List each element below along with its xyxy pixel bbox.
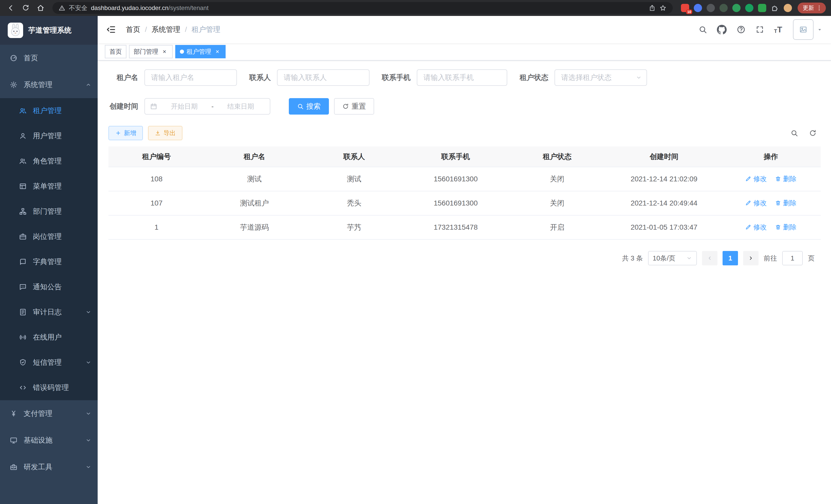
page-size-select[interactable]: 10条/页: [648, 251, 697, 265]
chevron-up-icon: [85, 82, 91, 88]
date-range-picker[interactable]: 开始日期 - 结束日期: [144, 98, 270, 115]
sidebar-item-roles[interactable]: 角色管理: [0, 148, 98, 174]
url-path: /system/tenant: [169, 4, 209, 11]
sidebar-item-users[interactable]: 用户管理: [0, 123, 98, 148]
reset-button[interactable]: 重置: [334, 98, 374, 115]
tenant-name-input[interactable]: [144, 69, 237, 86]
browser-profile-avatar[interactable]: [784, 4, 792, 12]
sidebar-item-payment[interactable]: 支付管理: [0, 400, 98, 427]
extension-icon-2[interactable]: [694, 4, 702, 12]
tab-tenant[interactable]: 租户管理 ×: [175, 45, 226, 58]
sidebar-toggle-icon[interactable]: [106, 24, 116, 35]
next-page-button[interactable]: [743, 251, 758, 265]
chevron-down-icon: [636, 75, 642, 81]
export-button[interactable]: 导出: [148, 126, 182, 140]
breadcrumb-home[interactable]: 首页: [126, 25, 140, 34]
tab-home[interactable]: 首页: [105, 45, 126, 58]
sidebar-item-departments[interactable]: 部门管理: [0, 199, 98, 224]
post-icon: [19, 233, 27, 240]
bookmark-star-icon[interactable]: [659, 4, 666, 11]
table-row: 107 测试租户 秃头 15601691300 关闭 2021-12-14 20…: [109, 191, 821, 215]
sidebar-item-sms[interactable]: 短信管理: [0, 350, 98, 375]
create-time-label: 创建时间: [109, 101, 138, 111]
browser-back-button[interactable]: [5, 2, 17, 13]
table-toolbar: 新增 导出: [109, 126, 821, 140]
browser-home-button[interactable]: [35, 2, 46, 13]
delete-button[interactable]: 删除: [775, 199, 797, 208]
sidebar-item-home[interactable]: 首页: [0, 45, 98, 71]
table-tools: [791, 129, 821, 137]
sidebar-item-posts[interactable]: 岗位管理: [0, 224, 98, 249]
pay-icon: [10, 410, 18, 417]
extension-icon-4[interactable]: [719, 4, 728, 12]
avatar[interactable]: [793, 19, 813, 40]
share-icon[interactable]: [649, 4, 656, 11]
sidebar-item-dict[interactable]: 字典管理: [0, 249, 98, 274]
phone-input[interactable]: [417, 69, 507, 86]
pagination-total: 共 3 条: [622, 254, 643, 263]
browser-menu-icon[interactable]: [815, 4, 823, 11]
edit-button[interactable]: 修改: [745, 199, 767, 208]
goto-label: 前往: [764, 254, 777, 263]
github-icon[interactable]: [717, 25, 727, 34]
extension-icon-3[interactable]: [707, 4, 715, 12]
user-menu[interactable]: [793, 19, 823, 40]
delete-button[interactable]: 删除: [775, 223, 797, 232]
status-text: 关闭: [507, 191, 607, 215]
extensions-puzzle-icon[interactable]: [771, 4, 779, 12]
errorcode-icon: [19, 384, 27, 391]
page-number-button[interactable]: 1: [722, 251, 738, 265]
extension-icon-6[interactable]: [745, 4, 753, 12]
extension-icon-5[interactable]: [732, 4, 741, 12]
delete-button[interactable]: 删除: [775, 174, 797, 183]
chevron-down-icon: [85, 309, 91, 315]
close-icon[interactable]: ×: [214, 48, 221, 55]
browser-reload-button[interactable]: [20, 2, 31, 13]
search-button[interactable]: 搜索: [289, 98, 329, 115]
date-end-placeholder: 结束日期: [217, 102, 265, 111]
tab-department[interactable]: 部门管理 ×: [129, 45, 173, 58]
sidebar-item-system[interactable]: 系统管理: [0, 71, 98, 98]
roles-icon: [19, 157, 27, 165]
caret-down-icon[interactable]: [816, 26, 823, 33]
breadcrumb-system[interactable]: 系统管理: [152, 25, 180, 34]
sidebar-item-audit-log[interactable]: 审计日志: [0, 299, 98, 325]
sidebar-item-devtools[interactable]: 研发工具: [0, 454, 98, 480]
chevron-right-icon: [748, 255, 754, 261]
edit-button[interactable]: 修改: [745, 223, 767, 232]
system-submenu: 租户管理 用户管理 角色管理 菜单管理: [0, 98, 98, 400]
dict-icon: [19, 258, 27, 266]
refresh-table-icon[interactable]: [809, 129, 816, 137]
edit-button[interactable]: 修改: [745, 174, 767, 183]
breadcrumb-separator: /: [145, 25, 147, 34]
extension-icon-1[interactable]: 10: [681, 4, 689, 12]
tab-label: 部门管理: [134, 48, 158, 56]
sidebar-item-tenant[interactable]: 租户管理: [0, 98, 98, 123]
contact-input[interactable]: [277, 69, 370, 86]
help-icon[interactable]: [737, 25, 746, 34]
add-button[interactable]: 新增: [109, 126, 143, 140]
chevron-left-icon: [707, 255, 713, 261]
sidebar-item-menus[interactable]: 菜单管理: [0, 174, 98, 199]
status-placeholder: 请选择租户状态: [561, 73, 611, 83]
address-bar[interactable]: 不安全 dashboard.yudao.iocoder.cn/system/te…: [52, 2, 673, 14]
search-icon[interactable]: [698, 25, 707, 34]
filter-form-row-2: 创建时间 开始日期 - 结束日期 搜索 重置: [109, 98, 821, 115]
sidebar-item-infra[interactable]: 基础设施: [0, 427, 98, 454]
close-icon[interactable]: ×: [161, 48, 168, 55]
menu-table-icon: [19, 182, 27, 190]
extension-icon-7[interactable]: [758, 4, 766, 12]
browser-chrome: 不安全 dashboard.yudao.iocoder.cn/system/te…: [0, 0, 831, 16]
search-toggle-icon[interactable]: [791, 129, 798, 137]
browser-update-button[interactable]: 更新: [798, 3, 826, 13]
goto-page-input[interactable]: [782, 251, 803, 265]
status-select[interactable]: 请选择租户状态: [554, 69, 647, 86]
font-size-icon[interactable]: TT: [774, 25, 782, 34]
sidebar-item-online-users[interactable]: 在线用户: [0, 325, 98, 350]
sms-icon: [19, 359, 27, 366]
prev-page-button[interactable]: [702, 251, 717, 265]
sidebar-item-error-code[interactable]: 错误码管理: [0, 375, 98, 400]
column-header-status: 租户状态: [507, 146, 607, 167]
fullscreen-icon[interactable]: [755, 25, 764, 34]
sidebar-item-notice[interactable]: 通知公告: [0, 274, 98, 299]
